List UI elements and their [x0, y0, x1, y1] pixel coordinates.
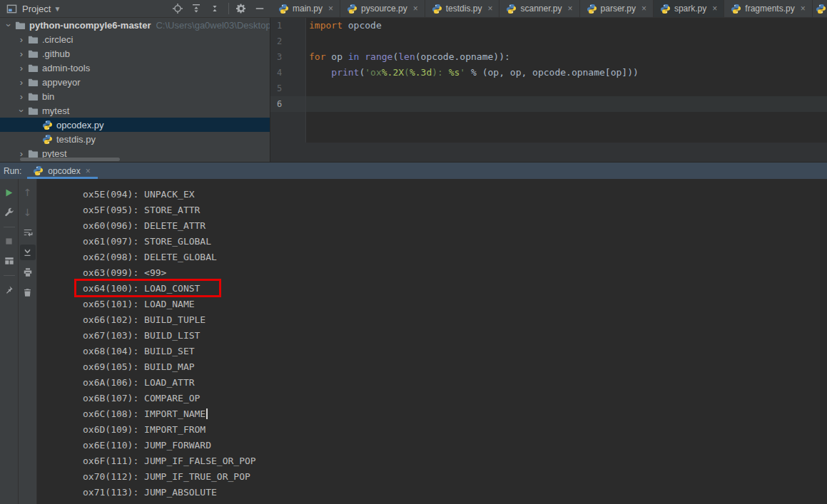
close-icon[interactable]: × — [413, 4, 418, 13]
code-text[interactable]: for op in range(len(opcode.opname)): — [306, 49, 827, 65]
console-line[interactable]: ox67(103): BUILD_LIST — [83, 328, 827, 344]
code-editor[interactable]: 1import opcode23for op in range(len(opco… — [270, 18, 827, 162]
console-line[interactable]: ox70(112): JUMP_IF_TRUE_OR_POP — [83, 469, 827, 485]
expand-all-icon[interactable] — [190, 2, 203, 15]
console-line[interactable]: ox6B(107): COMPARE_OP — [83, 391, 827, 406]
code-text[interactable]: import opcode — [306, 18, 827, 34]
chevron-collapsed-icon[interactable]: › — [16, 34, 27, 45]
console-line[interactable]: ox6C(108): IMPORT_NAME — [83, 406, 827, 422]
chevron-expanded-icon[interactable]: › — [4, 19, 14, 31]
settings-icon[interactable] — [1, 205, 17, 220]
code-token — [309, 67, 331, 78]
console-line[interactable]: ox6A(106): LOAD_ATTR — [83, 375, 827, 391]
chevron-expanded-icon[interactable]: › — [16, 105, 27, 116]
hide-panel-icon[interactable] — [253, 2, 266, 15]
tab-label: parser.py — [601, 4, 636, 14]
restore-layout-icon[interactable] — [1, 253, 17, 269]
folder-icon — [27, 91, 39, 102]
close-icon[interactable]: × — [568, 4, 573, 13]
clear-icon[interactable] — [20, 284, 36, 300]
console-line[interactable]: ox5F(095): STORE_ATTR — [83, 202, 827, 218]
soft-wrap-icon[interactable] — [20, 225, 36, 240]
console-line[interactable]: ox66(102): BUILD_TUPLE — [83, 312, 827, 328]
chevron-collapsed-icon[interactable]: › — [16, 77, 27, 88]
down-icon[interactable]: ↓ — [20, 205, 36, 220]
editor-tab-parser-py[interactable]: parser.py× — [580, 0, 654, 17]
close-icon[interactable]: × — [712, 4, 717, 13]
code-token: in — [348, 51, 360, 62]
print-icon[interactable] — [20, 264, 36, 280]
header-divider — [228, 3, 229, 14]
stop-icon[interactable] — [1, 233, 17, 249]
console-line[interactable]: ox60(096): DELETE_ATTR — [83, 218, 827, 234]
close-icon[interactable]: × — [801, 4, 806, 13]
editor-tab-testdis-py[interactable]: testdis.py× — [425, 0, 500, 17]
code-token: import — [309, 20, 343, 31]
up-icon[interactable]: ↑ — [20, 185, 36, 200]
tree-item-label: bin — [42, 91, 54, 102]
console-line[interactable]: ox61(097): STORE_GLOBAL — [83, 234, 827, 250]
code-token: op — [325, 51, 347, 62]
chevron-collapsed-icon[interactable]: › — [16, 91, 27, 102]
editor-tab-spark-py[interactable]: spark.py× — [654, 0, 724, 17]
console-line[interactable]: ox6D(109): IMPORT_FROM — [83, 422, 827, 438]
console-line[interactable]: ox69(105): BUILD_MAP — [83, 359, 827, 375]
console-line[interactable]: ox6E(110): JUMP_FORWARD — [83, 438, 827, 453]
code-line: 5 — [270, 81, 827, 96]
code-token: opcode — [343, 20, 382, 31]
console-line[interactable]: ox62(098): DELETE_GLOBAL — [83, 250, 827, 265]
close-icon[interactable]: × — [86, 166, 91, 176]
chevron-collapsed-icon[interactable]: › — [16, 48, 27, 59]
code-text[interactable]: print('ox%.2X(%.3d): %s' % (op, op, opco… — [306, 65, 827, 81]
editor-tab-scanner-py[interactable]: scanner.py× — [499, 0, 579, 17]
editor-tab-fragments-py[interactable]: fragments.py× — [724, 0, 812, 17]
tree-row-root[interactable]: ›python-uncompyle6-masterC:\Users\ga0wel… — [0, 18, 270, 32]
close-icon[interactable]: × — [328, 4, 333, 13]
tree-row-testdis-py[interactable]: testdis.py — [0, 132, 270, 146]
annotation-highlight-box — [74, 279, 221, 297]
console-output[interactable]: ox5E(094): UNPACK_EXox5F(095): STORE_ATT… — [37, 179, 827, 504]
run-tab-opcodex[interactable]: opcodex × — [27, 163, 97, 179]
project-tool-window-icon[interactable] — [5, 2, 18, 15]
console-line[interactable]: ox72(114): POP_JUMP_IF_FALSE — [83, 500, 827, 504]
tree-row-bin[interactable]: ›bin — [0, 89, 270, 103]
pin-icon[interactable] — [1, 282, 17, 297]
line-number: 3 — [270, 49, 306, 65]
chevron-down-icon[interactable]: ▼ — [54, 5, 61, 13]
console-line[interactable]: ox5E(094): UNPACK_EX — [83, 187, 827, 202]
python-icon — [731, 4, 741, 14]
tree-row-opcodex-py[interactable]: opcodex.py — [0, 118, 270, 132]
console-line[interactable]: ox71(113): JUMP_ABSOLUTE — [83, 485, 827, 500]
console-line[interactable]: ox6F(111): JUMP_IF_FALSE_OR_POP — [83, 453, 827, 469]
tree-item-label: mytest — [42, 106, 69, 116]
chevron-collapsed-icon[interactable]: › — [16, 63, 27, 73]
collapse-all-icon[interactable] — [208, 2, 221, 15]
tree-row--github[interactable]: ›.github — [0, 46, 270, 61]
editor-tab-pysource-py[interactable]: pysource.py× — [340, 0, 425, 17]
close-icon[interactable]: × — [487, 4, 492, 13]
tree-row-admin-tools[interactable]: ›admin-tools — [0, 61, 270, 75]
code-token: len — [398, 51, 415, 62]
line-number: 6 — [270, 96, 306, 112]
tree-row--circleci[interactable]: ›.circleci — [0, 32, 270, 46]
tree-row-appveyor[interactable]: ›appveyor — [0, 75, 270, 89]
console-line[interactable]: ox65(101): LOAD_NAME — [83, 297, 827, 312]
close-icon[interactable]: × — [641, 4, 646, 13]
console-line[interactable]: ox68(104): BUILD_SET — [83, 344, 827, 359]
project-panel-title[interactable]: Project — [22, 4, 51, 14]
editor-tab-partial[interactable] — [813, 0, 827, 17]
horizontal-scrollbar-thumb[interactable] — [20, 158, 120, 161]
tree-row-mytest[interactable]: ›mytest — [0, 103, 270, 118]
locate-icon[interactable] — [171, 2, 184, 15]
code-text[interactable] — [306, 81, 827, 96]
rerun-icon[interactable] — [1, 185, 17, 200]
code-text[interactable] — [306, 96, 827, 112]
scroll-to-end-icon[interactable] — [20, 245, 36, 260]
editor-tab-main-py[interactable]: main.py× — [272, 0, 340, 17]
code-line: 1import opcode — [270, 18, 827, 34]
settings-gear-icon[interactable] — [235, 2, 248, 15]
code-token: 'ox — [365, 67, 381, 78]
code-text[interactable] — [306, 34, 827, 49]
project-tree-panel[interactable]: ›python-uncompyle6-masterC:\Users\ga0wel… — [0, 18, 270, 162]
text-caret — [206, 408, 208, 419]
